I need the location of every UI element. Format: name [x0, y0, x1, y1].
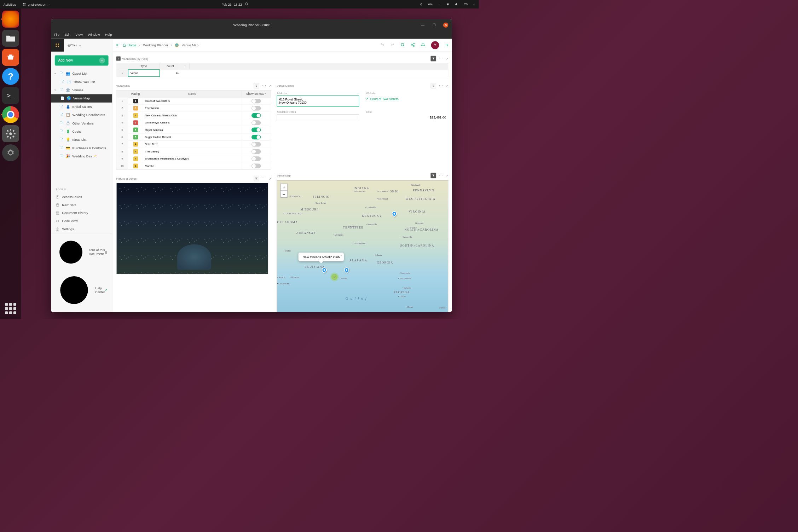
tool-code-view[interactable]: Code View: [51, 217, 112, 225]
expand-icon[interactable]: ⤢: [269, 84, 271, 87]
show-on-map-toggle[interactable]: [251, 120, 261, 125]
sidebar-item-purchases-contracts[interactable]: 📄💳Purchases & Contracts: [51, 144, 112, 152]
sidebar-item-other-vendors[interactable]: 📄💍Other Vendors: [51, 119, 112, 127]
table-row[interactable]: 55Royal Sonesta: [116, 126, 271, 133]
table-row[interactable]: 42Omni Royal Orleans: [116, 119, 271, 126]
table-row[interactable]: 34New Orleans Athletic Club: [116, 112, 271, 119]
help-launcher[interactable]: ?: [2, 68, 19, 85]
venue-photo[interactable]: [116, 183, 268, 274]
menu-window[interactable]: Window: [88, 33, 100, 37]
show-on-map-toggle[interactable]: [251, 163, 261, 168]
date-label[interactable]: Feb 23: [221, 2, 231, 6]
trash-icon[interactable]: 🗑: [104, 250, 108, 254]
sort-button[interactable]: [254, 176, 259, 181]
collapse-left-icon[interactable]: ⇤: [116, 43, 120, 47]
section-menu[interactable]: ⋯: [261, 176, 267, 181]
section-menu[interactable]: ⋯: [261, 83, 267, 88]
map-cluster[interactable]: 2: [331, 274, 338, 280]
map-pin[interactable]: [391, 210, 398, 217]
website-link[interactable]: ↗ Court of Two Sisters: [366, 96, 448, 100]
share-button[interactable]: [411, 43, 415, 48]
sidebar-item-costs[interactable]: 📄💲Costs: [51, 127, 112, 135]
popup-close[interactable]: ×: [340, 253, 342, 257]
lang-indicator[interactable]: en₁: [428, 2, 433, 6]
user-menu[interactable]: @You⌄: [64, 43, 112, 47]
table-row[interactable]: 65Sugar Hollow Retreat: [116, 133, 271, 140]
table-row[interactable]: 94Broussard's Restaurant & Courtyard: [116, 155, 271, 162]
show-on-map-toggle[interactable]: [251, 113, 261, 118]
filter-button[interactable]: [430, 56, 436, 62]
tool-document-history[interactable]: Document History: [51, 209, 112, 217]
expand-icon[interactable]: ⤢: [446, 84, 449, 87]
vendors-table[interactable]: Rating Name Show on Map? 11Court of Two …: [116, 90, 271, 170]
sidebar-item-venues[interactable]: ▾📄🏛️Venues: [51, 86, 112, 94]
menu-file[interactable]: File: [54, 33, 59, 37]
gear-launcher[interactable]: [2, 144, 19, 161]
tool-access-rules[interactable]: Access Rules: [51, 193, 112, 201]
expand-icon[interactable]: ⤢: [446, 57, 449, 60]
menu-edit[interactable]: Edit: [64, 33, 70, 37]
battery-icon[interactable]: [464, 2, 468, 6]
grist-logo[interactable]: [51, 39, 64, 52]
table-row[interactable]: 104Marche: [116, 162, 271, 169]
venue-map[interactable]: + − INDIANA OHIO Pittsburgh PENNSYLVN In…: [277, 180, 448, 312]
collapse-right-icon[interactable]: ⇥: [445, 43, 448, 47]
cost-field[interactable]: $23,481.00: [366, 114, 448, 121]
type-cell[interactable]: Venue: [128, 69, 160, 77]
notifications-button[interactable]: [421, 43, 425, 48]
section-menu[interactable]: ⋯: [438, 83, 444, 88]
table-row[interactable]: 11Court of Two Sisters: [116, 97, 271, 104]
close-button[interactable]: ✕: [443, 22, 448, 27]
home-link[interactable]: Home: [122, 43, 136, 47]
show-apps-button[interactable]: [2, 300, 19, 317]
show-on-map-toggle[interactable]: [251, 135, 261, 139]
tour-link[interactable]: Tour of this Document 🗑: [51, 235, 112, 270]
vendors-by-type-table[interactable]: Type count + 1 Venue 11: [116, 63, 448, 77]
sidebar-item-venue-map[interactable]: 📄🌎Venue Map: [51, 94, 112, 102]
show-on-map-toggle[interactable]: [251, 127, 261, 132]
help-link[interactable]: Help Center ↗: [51, 270, 112, 311]
dates-field[interactable]: [277, 114, 359, 121]
sidebar-item-wedding-coordinators[interactable]: 📄📋Wedding Coordinators: [51, 111, 112, 119]
search-button[interactable]: [400, 43, 405, 48]
table-row[interactable]: 74Saint Terre: [116, 141, 271, 148]
window-titlebar[interactable]: Wedding Planner - Grist — ☐ ✕: [51, 19, 452, 31]
section-menu[interactable]: ⋯: [438, 173, 444, 178]
firefox-launcher[interactable]: [2, 11, 19, 28]
app-menu[interactable]: grist-electron ⌄: [22, 2, 51, 6]
sidebar-item-wedding-day-[interactable]: 📄🎉Wedding Day 🥂: [51, 152, 112, 160]
redo-button[interactable]: [390, 43, 394, 48]
user-avatar[interactable]: Y: [431, 41, 439, 49]
show-on-map-toggle[interactable]: [251, 156, 261, 161]
bluetooth-icon[interactable]: [419, 2, 423, 6]
tool-raw-data[interactable]: Raw Data: [51, 201, 112, 209]
zoom-out-button[interactable]: −: [281, 191, 287, 197]
show-on-map-toggle[interactable]: [251, 106, 261, 110]
filter-button[interactable]: [430, 173, 436, 178]
add-column-button[interactable]: +: [181, 63, 190, 69]
map-pin[interactable]: [343, 266, 350, 273]
chrome-launcher[interactable]: [2, 106, 19, 123]
sort-button[interactable]: [430, 83, 436, 89]
table-row[interactable]: 23The Westin: [116, 105, 271, 112]
bc-doc[interactable]: Wedding Planner: [143, 43, 168, 47]
time-label[interactable]: 18:22: [234, 2, 242, 6]
files-launcher[interactable]: [2, 30, 19, 47]
activities-button[interactable]: Activities: [4, 2, 16, 6]
section-menu[interactable]: ⋯: [438, 56, 444, 61]
table-row[interactable]: 1 Venue 11: [116, 69, 448, 77]
menu-help[interactable]: Help: [105, 33, 112, 37]
expand-icon[interactable]: ⤢: [446, 174, 449, 177]
software-launcher[interactable]: [2, 49, 19, 66]
sort-button[interactable]: [254, 83, 259, 89]
volume-icon[interactable]: [455, 2, 459, 6]
sidebar-item-ideas-list[interactable]: 📄💡Ideas List: [51, 135, 112, 144]
minimize-button[interactable]: —: [420, 22, 425, 27]
maximize-button[interactable]: ☐: [432, 22, 436, 27]
terminal-launcher[interactable]: >_: [2, 87, 19, 104]
show-on-map-toggle[interactable]: [251, 149, 261, 154]
menu-view[interactable]: View: [75, 33, 83, 37]
zoom-in-button[interactable]: +: [281, 184, 287, 191]
expand-icon[interactable]: ⤢: [269, 177, 271, 180]
sidebar-item-bridal-salons[interactable]: 📄👗Bridal Salons: [51, 103, 112, 111]
